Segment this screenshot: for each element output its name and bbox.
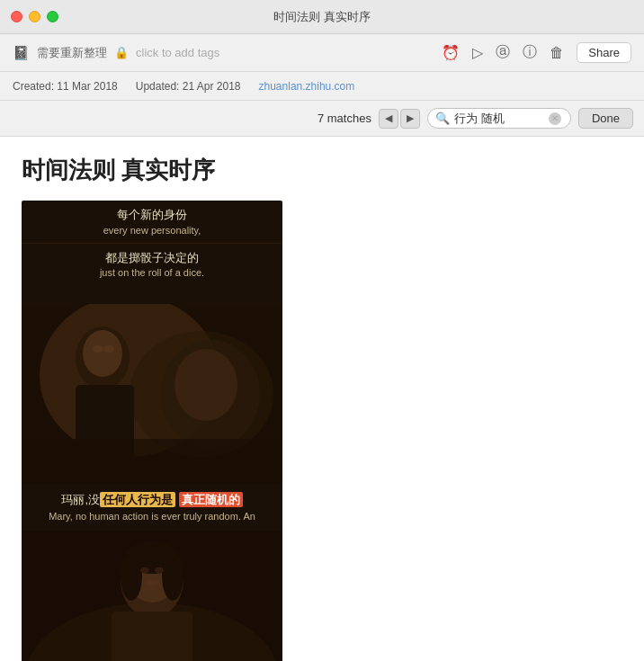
svg-point-18	[162, 550, 183, 601]
subtitle-en-2: just on the roll of a dice.	[31, 266, 273, 280]
subtitle-en-highlight: Mary, no human action is ever truly rand…	[31, 510, 273, 523]
video-frame: 每个新的身份 every new personality, 都是掷骰子决定的 j…	[22, 201, 282, 661]
share-button[interactable]: Share	[577, 42, 631, 63]
matches-text: matches	[327, 112, 371, 125]
window-controls	[11, 11, 58, 22]
svg-point-6	[93, 345, 103, 353]
highlight-2: 真正随机的	[179, 492, 243, 507]
subtitle-block-highlight: 玛丽,没任何人行为是 真正随机的 Mary, no human action i…	[22, 484, 282, 531]
notebook-label: 需要重新整理	[37, 45, 107, 61]
lock-icon: 🔒	[114, 46, 129, 59]
search-bar: 7 matches ◀ ▶ 🔍 ✕ Done	[0, 101, 644, 137]
subtitle-zh-2: 都是掷骰子决定的	[31, 249, 273, 267]
toolbar-left: 📓 需要重新整理 🔒 click to add tags	[13, 45, 219, 61]
svg-point-5	[83, 330, 122, 377]
minimize-button[interactable]	[29, 11, 40, 22]
prev-match-button[interactable]: ◀	[379, 109, 398, 129]
subtitle-zh-highlight: 玛丽,没任何人行为是 真正随机的	[31, 491, 273, 510]
updated-date: Updated: 21 Apr 2018	[136, 80, 241, 93]
frame-top	[22, 286, 282, 304]
alarm-icon[interactable]: ⏰	[442, 44, 460, 61]
search-input-container: 🔍 ✕	[427, 108, 571, 129]
present-icon[interactable]: ▷	[472, 44, 483, 61]
tag-placeholder[interactable]: click to add tags	[136, 46, 219, 59]
close-button[interactable]	[11, 11, 22, 22]
svg-point-21	[145, 579, 159, 586]
toolbar-right: ⏰ ▷ ⓐ ⓘ 🗑 Share	[442, 42, 631, 63]
subtitle-en-1: every new personality,	[31, 224, 273, 237]
search-icon: 🔍	[435, 112, 450, 125]
maximize-button[interactable]	[47, 11, 58, 22]
main-content: 时间法则 真实时序 每个新的身份 every new personality, …	[0, 137, 644, 661]
matches-count: 7	[318, 112, 324, 125]
frame-middle	[22, 304, 282, 484]
clear-search-button[interactable]: ✕	[549, 112, 561, 125]
subtitle-zh-1: 每个新的身份	[31, 206, 273, 224]
svg-point-19	[140, 567, 149, 573]
svg-rect-10	[22, 439, 282, 484]
svg-point-17	[121, 550, 142, 601]
scene-illustration	[22, 304, 282, 484]
done-button[interactable]: Done	[578, 108, 633, 129]
toolbar-primary: 📓 需要重新整理 🔒 click to add tags ⏰ ▷ ⓐ ⓘ 🗑 S…	[0, 34, 644, 72]
next-match-button[interactable]: ▶	[400, 109, 420, 129]
at-icon[interactable]: ⓐ	[496, 43, 510, 62]
search-input[interactable]	[454, 112, 544, 125]
svg-point-7	[103, 345, 114, 353]
toolbar-metadata: Created: 11 Mar 2018 Updated: 21 Apr 201…	[0, 72, 644, 101]
article-title: 时间法则 真实时序	[22, 155, 622, 186]
source-url[interactable]: zhuanlan.zhihu.com	[259, 80, 355, 93]
subtitle-block-2: 都是掷骰子决定的 just on the roll of a dice.	[22, 244, 282, 286]
frame-woman	[22, 531, 282, 661]
matches-label: 7 matches	[318, 112, 371, 125]
svg-rect-15	[112, 612, 192, 661]
svg-point-9	[174, 349, 237, 421]
info-icon[interactable]: ⓘ	[523, 43, 537, 62]
subtitle-block-1: 每个新的身份 every new personality,	[22, 201, 282, 243]
svg-point-20	[155, 567, 164, 573]
created-date: Created: 11 Mar 2018	[13, 80, 118, 93]
notebook-icon: 📓	[13, 45, 30, 61]
trash-icon[interactable]: 🗑	[550, 45, 564, 61]
titlebar: 时间法则 真实时序	[0, 0, 644, 34]
highlight-1: 任何人行为是	[100, 492, 175, 507]
match-navigation: ◀ ▶	[379, 109, 420, 129]
window-title: 时间法则 真实时序	[273, 9, 371, 25]
woman-illustration	[22, 531, 282, 661]
